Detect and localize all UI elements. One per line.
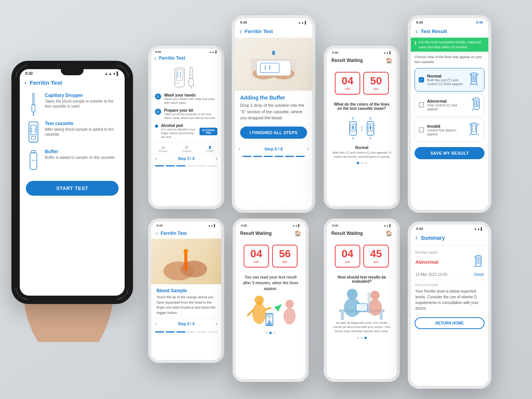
nav-results[interactable]: 📊 Results — [158, 146, 167, 152]
blood-sample-image — [151, 239, 221, 284]
timer-sec-label-5: sec — [370, 87, 382, 91]
blood-title: Blood Sample — [151, 284, 221, 295]
ferritin-value: Abnormal — [415, 259, 439, 265]
next-4[interactable]: › — [307, 147, 309, 151]
option-desc-abnormal: Only control (C) line appear. — [427, 103, 469, 111]
time-8: 9:30 — [416, 21, 423, 24]
home-icon-7[interactable]: 🏠 — [386, 230, 392, 236]
time-3: 9:30 — [157, 224, 163, 227]
p3-d2 — [166, 331, 175, 332]
svg-rect-9 — [32, 150, 35, 153]
svg-marker-55 — [266, 314, 273, 320]
cassette-text: Test cassette After taking blood sample … — [45, 121, 119, 137]
nav-profile[interactable]: 👤 Profile — [206, 146, 214, 152]
question-7: How should test results be evaluated? — [327, 271, 397, 287]
status-bar-2: 9:30 ▲▲ ▌ — [151, 49, 221, 54]
cassette-abnormal-icon: C T — [472, 97, 480, 113]
t-label: T — [352, 137, 354, 140]
option-text-invalid: Invalid Control line doesn't appear. — [427, 124, 466, 136]
back-8[interactable]: ‹ — [415, 27, 418, 35]
cassette-normal-icon: C T C T — [469, 71, 480, 88]
kit-device-image: FRT — [151, 63, 221, 93]
page-dots-5 — [327, 159, 397, 167]
back-button-main[interactable]: ‹ — [24, 79, 27, 87]
svg-text:T: T — [477, 84, 478, 86]
divider-9 — [411, 245, 488, 246]
kit-item-buffer: Buffer Buffer is added to sample on the … — [26, 149, 119, 172]
evaluation: EVALUATION Your Ferritin level is below … — [411, 280, 488, 314]
back-9[interactable]: ‹ — [415, 234, 418, 242]
dot-4 — [187, 165, 196, 166]
dropper-desc: Takes the blood sample to transfer to th… — [45, 99, 119, 109]
option-invalid[interactable]: Invalid Control line doesn't appear. C T… — [415, 118, 484, 142]
title-3: Ferritin Test — [161, 231, 187, 236]
waiting-illustration — [236, 294, 306, 329]
phone-main: 9:30 ▲▲ ● ▌ ‹ Ferritin Test — [11, 61, 133, 304]
prev-4[interactable]: ‹ — [239, 147, 240, 151]
support-icon: 💬 — [185, 146, 188, 149]
back-3[interactable]: ‹ — [156, 230, 158, 236]
status-bar-3: 9:30 ▲▲ ▌ — [151, 222, 221, 229]
svg-rect-0 — [33, 93, 34, 105]
timer-min-val-5: 04 — [342, 76, 353, 86]
title-5: Result Waiting — [331, 58, 363, 63]
buffer-text: Buffer Buffer is added to sample on the … — [45, 149, 116, 160]
timer-sec-label-6: sec — [279, 260, 291, 264]
step-text-2: Prepare your kit Take out all the produc… — [164, 108, 217, 120]
detail-link[interactable]: Detail — [474, 272, 484, 277]
icons-5: ▲▲ ▌ — [383, 51, 391, 54]
p4-d6 — [296, 156, 305, 157]
finished-button[interactable]: I FINISHED ALL STEPS — [240, 127, 307, 139]
dropper-text: Capillary Dropper Takes the blood sample… — [45, 93, 119, 109]
nav-support[interactable]: 💬 Support — [182, 146, 192, 152]
time-5: 9:30 — [332, 51, 338, 54]
next-3[interactable]: › — [216, 322, 217, 326]
option-normal[interactable]: ✓ Normal Both the test (T) and control (… — [415, 68, 484, 92]
question-8: Choose view of the lines that appear on … — [411, 52, 488, 66]
signal-icon: ▲▲ — [104, 71, 112, 76]
summary-date: 13 Mar 2023 13:05 — [415, 272, 447, 277]
banner-text-8: For the most consistent results, read an… — [419, 40, 484, 49]
p3-d5 — [198, 331, 207, 332]
results-label: Results — [158, 150, 167, 152]
start-test-button[interactable]: START TEST — [26, 181, 119, 196]
option-abnormal[interactable]: Abnormal Only control (C) line appear. C… — [415, 93, 484, 117]
step-nav-2: ‹ Step 3 / 6 › — [151, 154, 221, 163]
ferritin-label: Ferritin Level — [415, 250, 484, 255]
info-icon-8: ℹ — [415, 40, 416, 46]
phone-7: 9:30 ▲▲ ▌ Result Waiting 🏠 04 min 45 sec… — [324, 218, 400, 382]
p3-d1 — [155, 331, 164, 332]
battery-icon: ▌ — [117, 71, 119, 76]
step-1: 1 Wash your hands Wash your hands with s… — [151, 93, 221, 105]
timer-sec-6: 56 sec — [272, 245, 298, 268]
save-result-button[interactable]: SAVE MY RESULT — [415, 147, 484, 159]
time-7: 9:30 — [332, 224, 338, 227]
wait-text-6: You can read your test result after 5 mi… — [236, 271, 306, 294]
step-desc-1: Wash your hands with soap and rinse with… — [164, 97, 217, 105]
svg-text:C: C — [477, 73, 478, 76]
title-7: Result Waiting — [331, 231, 363, 236]
back-4[interactable]: ‹ — [239, 27, 242, 35]
home-icon-5[interactable]: 🏠 — [386, 57, 392, 63]
next-arrow-2[interactable]: › — [216, 157, 217, 161]
buffer-hero-image — [235, 38, 312, 91]
cassette-summary-icon: C T — [474, 255, 484, 269]
timer-min-7: 04 min — [335, 245, 360, 268]
checkbox-invalid — [419, 127, 424, 133]
back-2[interactable]: ‹ — [154, 55, 156, 61]
svg-rect-28 — [184, 252, 187, 271]
p4-d1 — [242, 156, 252, 157]
svg-point-62 — [370, 291, 380, 300]
prev-3[interactable]: ‹ — [155, 322, 156, 326]
timer-min-val-7: 04 — [342, 249, 353, 259]
timer-sec-5: 50 sec — [363, 72, 389, 95]
return-home-button[interactable]: RETURN HOME — [415, 317, 484, 329]
screen-title-main: Ferritin Test — [30, 79, 62, 86]
home-icon-6[interactable]: 🏠 — [294, 230, 301, 236]
kit-item-cassette: Test cassette After taking blood sample … — [26, 121, 119, 144]
time-9: 9:30 — [416, 227, 423, 231]
signal-2: ▲▲ — [209, 51, 214, 53]
prev-arrow-2[interactable]: ‹ — [155, 157, 156, 161]
nav-8: ‹ Test Result — [411, 26, 488, 38]
step-label-3: Step 3 / 6 — [178, 322, 195, 326]
